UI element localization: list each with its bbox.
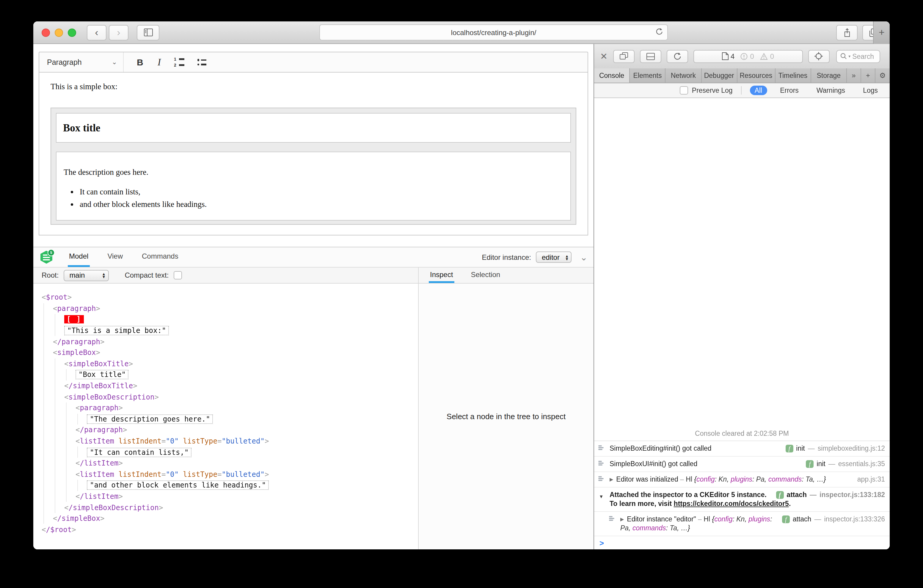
filter-logs[interactable]: Logs: [858, 85, 882, 95]
model-tag-open[interactable]: <$root>: [42, 292, 418, 303]
reload-page-button[interactable]: [667, 50, 688, 63]
preserve-log-checkbox[interactable]: [680, 86, 688, 95]
dock-bottom-button[interactable]: [640, 50, 661, 63]
model-tag-open[interactable]: <listItem listIndent="0" listType="bulle…: [42, 469, 418, 480]
compact-text-checkbox[interactable]: [173, 271, 182, 279]
model-tag-close[interactable]: </$root>: [42, 524, 418, 535]
source-location-link[interactable]: app.js:31: [857, 475, 885, 484]
model-text-node[interactable]: "and other block elements like headings.…: [42, 480, 418, 491]
document-icon: [722, 52, 728, 60]
console-message[interactable]: finit— simpleboxediting.js:12SimpleBoxEd…: [594, 441, 890, 457]
model-tag-open[interactable]: <paragraph>: [42, 303, 418, 314]
sidebar-button[interactable]: [137, 25, 159, 40]
model-tag-close[interactable]: </simpleBoxDescription>: [42, 502, 418, 513]
model-tag-close[interactable]: </simpleBox>: [42, 513, 418, 524]
filter-warnings[interactable]: Warnings: [812, 85, 850, 95]
console-message[interactable]: fattach— inspector.js:133:326▶Editor ins…: [594, 512, 890, 536]
model-tag-close[interactable]: </simpleBoxTitle>: [42, 381, 418, 391]
console-filter-bar: Preserve Log AllErrorsWarningsLogs: [594, 83, 890, 98]
close-window-button[interactable]: [42, 28, 50, 36]
source-location-link[interactable]: essentials.js:35: [838, 460, 885, 468]
devtools-tab-elements[interactable]: Elements: [630, 68, 665, 83]
box-title[interactable]: Box title: [56, 113, 571, 143]
model-tree: <$root><paragraph>[ ]"This is a simple b…: [33, 284, 418, 549]
disclosure-closed-icon[interactable]: ▶: [620, 517, 624, 522]
address-bar[interactable]: localhost/creating-a-plugin/: [319, 25, 668, 40]
list-item[interactable]: It can contain lists,: [80, 187, 563, 197]
filter-errors[interactable]: Errors: [775, 85, 803, 95]
element-picker-button[interactable]: [808, 50, 829, 63]
numbered-list-button[interactable]: 1 2: [174, 57, 184, 67]
close-inspector-button[interactable]: ✕: [600, 51, 608, 62]
web-inspector-toolbar: ✕ 4 0: [594, 44, 890, 68]
bold-button[interactable]: B: [137, 57, 143, 67]
description-paragraph[interactable]: The description goes here.: [64, 168, 563, 177]
forward-button[interactable]: ›: [109, 25, 128, 40]
model-tag-close[interactable]: </paragraph>: [42, 424, 418, 435]
devtools-tab-console[interactable]: Console: [594, 68, 630, 83]
model-tag-open[interactable]: <simpleBox>: [42, 347, 418, 358]
reload-button[interactable]: [655, 27, 663, 36]
simple-box-widget[interactable]: Box title The description goes here. It …: [51, 108, 576, 225]
model-text-node[interactable]: "It can contain lists,": [42, 447, 418, 458]
console-cleared-message: Console cleared at 2:02:58 PM: [594, 427, 890, 441]
devtools-tab-resources[interactable]: Resources: [737, 68, 775, 83]
pane-tab-inspect[interactable]: Inspect: [429, 268, 454, 283]
editor-instance-select[interactable]: editor ▲▼: [536, 251, 572, 263]
intro-paragraph[interactable]: This is a simple box:: [51, 82, 576, 92]
model-selection-marker[interactable]: [ ]: [42, 314, 418, 325]
source-location-link[interactable]: inspector.js:133:182: [820, 491, 885, 499]
disclosure-closed-icon[interactable]: ▶: [609, 477, 613, 482]
model-tag-open[interactable]: <paragraph>: [42, 402, 418, 414]
inspector-tab-commands[interactable]: Commands: [141, 247, 180, 267]
console-prompt-icon[interactable]: >: [599, 538, 604, 547]
devtools-tab-storage[interactable]: Storage: [811, 68, 847, 83]
tab-overflow-icon[interactable]: »: [847, 68, 861, 83]
editor-content[interactable]: This is a simple box: Box title The desc…: [39, 72, 588, 235]
devtools-tab-timelines[interactable]: Timelines: [775, 68, 811, 83]
back-button[interactable]: ‹: [87, 25, 107, 40]
dock-side-button[interactable]: [613, 50, 634, 63]
model-tag-open[interactable]: <listItem listIndent="0" listType="bulle…: [42, 435, 418, 447]
collapse-inspector-icon[interactable]: ⌄: [580, 252, 588, 263]
paragraph-style-dropdown[interactable]: Paragraph ⌄: [39, 52, 124, 72]
model-text-node[interactable]: "The description goes here.": [42, 414, 418, 424]
model-tag-close[interactable]: </listItem>: [42, 458, 418, 469]
indent-guide: [42, 458, 76, 469]
model-tag-close[interactable]: </paragraph>: [42, 336, 418, 347]
devtools-tab-debugger[interactable]: Debugger: [701, 68, 737, 83]
italic-button[interactable]: I: [158, 56, 161, 68]
model-text-node[interactable]: "This is a simple box:": [42, 325, 418, 336]
preserve-log-toggle[interactable]: Preserve Log: [675, 86, 733, 95]
source-location-link[interactable]: simpleboxediting.js:12: [818, 444, 885, 453]
minimize-window-button[interactable]: [55, 28, 63, 36]
zoom-window-button[interactable]: [68, 28, 76, 36]
new-tab-button[interactable]: +: [873, 21, 890, 44]
pane-tab-selection[interactable]: Selection: [470, 268, 501, 283]
inspector-tab-model[interactable]: Model: [68, 247, 90, 267]
url-text: localhost/creating-a-plugin/: [451, 28, 536, 36]
model-tag-open[interactable]: <simpleBoxTitle>: [42, 358, 418, 369]
list-item[interactable]: and other block elements like headings.: [80, 200, 563, 209]
inspector-search-field[interactable]: ▾ Search: [836, 50, 880, 63]
inspector-tab-view[interactable]: View: [106, 247, 124, 267]
console-message[interactable]: app.js:31▶Editor was initialized – Hl {c…: [594, 472, 890, 488]
new-tab-icon[interactable]: +: [861, 68, 875, 83]
model-text-node[interactable]: "Box title": [42, 369, 418, 380]
bulleted-list-button[interactable]: [197, 59, 206, 66]
share-button[interactable]: [836, 25, 857, 40]
root-select[interactable]: main ▲▼: [63, 269, 108, 281]
filter-all[interactable]: All: [750, 85, 767, 95]
message-link[interactable]: https://ckeditor.com/docs/ckeditor5: [674, 500, 789, 507]
console-prompt-row[interactable]: >: [594, 536, 890, 549]
resource-badges[interactable]: 4 0 0: [693, 50, 803, 63]
source-location-link[interactable]: inspector.js:133:326: [824, 515, 885, 524]
disclosure-open-icon[interactable]: ▼: [599, 492, 604, 501]
devtools-tab-network[interactable]: Network: [666, 68, 701, 83]
model-tag-open[interactable]: <simpleBoxDescription>: [42, 391, 418, 402]
settings-gear-icon[interactable]: ⚙: [875, 68, 890, 83]
box-description[interactable]: The description goes here. It can contai…: [56, 152, 571, 220]
console-message[interactable]: fattach— inspector.js:133:182▼Attached t…: [594, 488, 890, 512]
console-message[interactable]: finit— essentials.js:35SimpleBoxUI#init(…: [594, 457, 890, 472]
model-tag-close[interactable]: </listItem>: [42, 491, 418, 502]
